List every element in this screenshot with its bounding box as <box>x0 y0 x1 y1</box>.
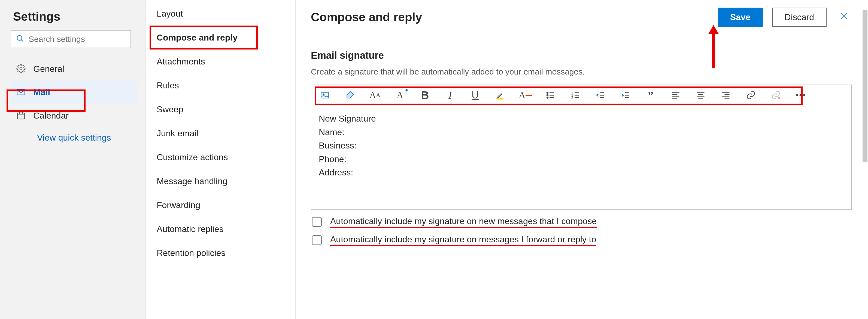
save-button[interactable]: Save <box>718 8 763 27</box>
svg-point-0 <box>17 36 22 40</box>
svg-rect-4 <box>18 113 25 119</box>
signature-editor: AA A◆ B I U A 123 <box>311 84 851 210</box>
subnav-retention-policies[interactable]: Retention policies <box>146 241 295 265</box>
main-actions: Save Discard <box>718 8 851 27</box>
view-quick-settings-link[interactable]: View quick settings <box>37 133 111 143</box>
svg-point-15 <box>547 92 548 94</box>
checkbox-reply-forward[interactable] <box>312 235 322 245</box>
svg-point-16 <box>547 95 548 96</box>
page-title: Compose and reply <box>311 10 422 24</box>
check-label: Automatically include my signature on me… <box>330 235 596 246</box>
svg-point-2 <box>20 68 22 70</box>
indent-icon[interactable] <box>619 88 632 102</box>
bold-icon[interactable]: B <box>418 88 432 102</box>
subnav-customize-actions[interactable]: Customize actions <box>146 145 295 169</box>
check-new-messages[interactable]: Automatically include my signature on ne… <box>311 216 851 228</box>
search-input[interactable] <box>28 34 126 44</box>
format-painter-icon[interactable] <box>343 88 356 102</box>
discard-button[interactable]: Discard <box>772 8 827 27</box>
search-settings-field[interactable] <box>11 31 131 48</box>
svg-point-17 <box>547 97 548 99</box>
email-signature-section: Email signature Create a signature that … <box>311 50 851 246</box>
highlight-icon[interactable] <box>494 88 507 102</box>
subnav-compose-and-reply[interactable]: Compose and reply <box>146 26 295 49</box>
bullet-list-icon[interactable] <box>544 88 557 102</box>
underline-icon[interactable]: U <box>469 88 482 102</box>
font-size-icon[interactable]: A◆ <box>394 88 406 102</box>
calendar-icon <box>17 111 26 120</box>
subnav-sweep[interactable]: Sweep <box>146 97 295 121</box>
sidebar-item-label: Mail <box>33 87 50 97</box>
checkbox-new-messages[interactable] <box>312 217 322 227</box>
sidebar-item-label: Calendar <box>33 111 69 121</box>
sidebar-item-label: General <box>33 64 64 74</box>
align-center-icon[interactable] <box>694 88 707 102</box>
section-title: Email signature <box>311 50 851 61</box>
font-color-icon[interactable]: A <box>519 88 532 102</box>
svg-rect-12 <box>321 93 329 98</box>
section-desc: Create a signature that will be automati… <box>311 67 851 76</box>
font-icon[interactable]: AA <box>368 88 381 102</box>
insert-link-icon[interactable] <box>744 88 757 102</box>
align-left-icon[interactable] <box>669 88 682 102</box>
mail-subnav: Layout Compose and reply Attachments Rul… <box>146 0 296 319</box>
signwww-editor-body[interactable]: New Signature Name: Business: Phone: Add… <box>311 106 851 209</box>
more-options-icon[interactable]: ••• <box>795 88 808 102</box>
annotation-arrow-save <box>705 25 722 70</box>
gear-icon <box>17 64 26 73</box>
align-right-icon[interactable] <box>719 88 732 102</box>
svg-rect-3 <box>17 90 25 95</box>
subnav-attachments[interactable]: Attachments <box>146 49 295 73</box>
insert-image-icon[interactable] <box>318 88 331 102</box>
mail-icon <box>17 87 26 97</box>
search-icon <box>16 35 28 44</box>
close-icon[interactable] <box>836 11 851 24</box>
main-panel: Compose and reply Save Discard Email sig… <box>296 0 868 319</box>
svg-text:3: 3 <box>571 96 573 100</box>
scrollbar[interactable] <box>863 10 867 162</box>
sidebar-item-general[interactable]: General <box>11 57 137 80</box>
quote-icon[interactable]: ” <box>644 88 657 102</box>
subnav-automatic-replies[interactable]: Automatic replies <box>146 217 295 241</box>
remove-link-icon[interactable] <box>769 88 782 102</box>
subnav-forwarding[interactable]: Forwarding <box>146 193 295 217</box>
subnav-junk-email[interactable]: Junk email <box>146 121 295 145</box>
numbered-list-icon[interactable]: 123 <box>569 88 582 102</box>
subnav-message-handling[interactable]: Message handling <box>146 169 295 193</box>
outdent-icon[interactable] <box>594 88 607 102</box>
svg-line-1 <box>21 40 23 41</box>
settings-sidebar: Settings General Mail Calendar View <box>0 0 146 319</box>
subnav-rules[interactable]: Rules <box>146 73 295 97</box>
sidebar-item-mail[interactable]: Mail <box>11 80 137 104</box>
check-label: Automatically include my signature on ne… <box>330 216 597 228</box>
editor-toolbar: AA A◆ B I U A 123 <box>311 85 851 106</box>
sidebar-item-calendar[interactable]: Calendar <box>11 104 137 127</box>
svg-marker-11 <box>708 25 718 34</box>
settings-title: Settings <box>11 10 137 24</box>
italic-icon[interactable]: I <box>443 88 457 102</box>
subnav-layout[interactable]: Layout <box>146 2 295 26</box>
main-header: Compose and reply Save Discard <box>311 8 851 35</box>
check-reply-forward[interactable]: Automatically include my signature on me… <box>311 235 851 246</box>
